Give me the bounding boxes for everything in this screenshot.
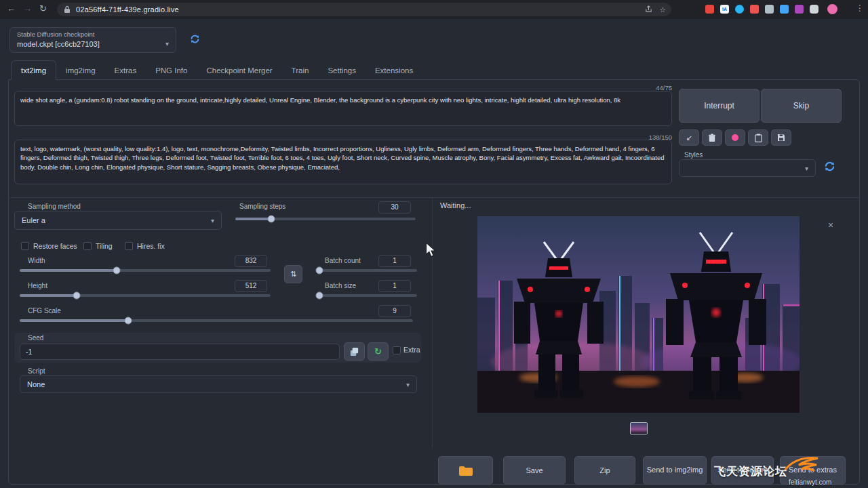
sampling-method-value: Euler a — [22, 216, 45, 224]
tab-train[interactable]: Train — [282, 60, 319, 80]
negative-prompt-input[interactable]: text, logo, watermark, (worst quality, l… — [14, 140, 672, 184]
tab-img2img[interactable]: img2img — [56, 60, 104, 80]
width-value[interactable]: 832 — [235, 255, 267, 267]
styles-dropdown[interactable]: ▾ — [679, 159, 816, 177]
clear-prompt-button[interactable] — [702, 129, 722, 146]
tiling-checkbox[interactable] — [83, 242, 92, 250]
watermark-wing-icon — [784, 453, 819, 476]
checkpoint-refresh-button[interactable] — [190, 34, 200, 47]
seed-input[interactable] — [20, 344, 340, 360]
extension-icon[interactable] — [795, 5, 804, 14]
generated-image[interactable] — [477, 216, 800, 413]
extension-icon[interactable] — [780, 5, 789, 14]
save-style-button[interactable] — [771, 129, 791, 146]
extension-icon[interactable] — [750, 5, 759, 14]
open-folder-button[interactable] — [438, 456, 493, 485]
tab-settings[interactable]: Settings — [318, 60, 366, 80]
chevron-down-icon: ▾ — [805, 165, 808, 172]
forward-icon[interactable]: → — [23, 3, 32, 14]
send-to-img2img-button[interactable]: Send to img2img — [643, 456, 707, 485]
paste-params-button[interactable]: ↙ — [679, 129, 699, 146]
extension-icon[interactable]: IA — [720, 5, 729, 14]
reuse-seed-button[interactable]: ↻ — [368, 342, 389, 361]
tab-extras[interactable]: Extras — [105, 60, 146, 80]
seed-label: Seed — [28, 334, 43, 342]
sampling-steps-label: Sampling steps — [239, 203, 285, 210]
main-tabs: txt2img img2img Extras PNG Info Checkpoi… — [11, 60, 422, 80]
extension-icon[interactable] — [705, 5, 714, 14]
tab-png-info[interactable]: PNG Info — [146, 60, 197, 80]
progress-status: Waiting... — [440, 201, 471, 209]
back-icon[interactable]: ← — [7, 3, 16, 14]
batch-size-value[interactable]: 1 — [378, 280, 411, 292]
sampling-method-dropdown[interactable]: Euler a ▾ — [14, 211, 222, 230]
batch-count-slider[interactable] — [317, 269, 417, 272]
close-icon[interactable]: × — [828, 220, 833, 230]
prompt-input[interactable]: wide shot angle, a (gundam:0.8) robot st… — [14, 91, 672, 126]
share-icon[interactable] — [645, 3, 652, 16]
extra-networks-card-icon — [732, 134, 738, 141]
txt2img-panel: 44/75 wide shot angle, a (gundam:0.8) ro… — [8, 79, 860, 485]
styles-label: Styles — [684, 151, 703, 159]
browser-menu-icon[interactable]: ⋮ — [856, 3, 864, 13]
height-value[interactable]: 512 — [235, 280, 267, 292]
watermark-domain: feitianwyt.com — [789, 479, 831, 486]
tab-extensions[interactable]: Extensions — [366, 60, 422, 80]
profile-avatar[interactable] — [827, 4, 837, 14]
skip-button[interactable]: Skip — [761, 89, 842, 123]
tab-txt2img[interactable]: txt2img — [11, 60, 56, 80]
styles-refresh-button[interactable] — [824, 161, 835, 175]
swap-dimensions-button[interactable]: ⇅ — [284, 265, 302, 283]
interrupt-button[interactable]: Interrupt — [679, 89, 760, 123]
restore-faces-checkbox[interactable] — [21, 242, 29, 250]
extension-icon[interactable] — [765, 5, 774, 14]
section-divider — [9, 197, 860, 198]
cfg-scale-label: CFG Scale — [28, 307, 61, 314]
script-value: None — [27, 380, 45, 388]
seed-extra-checkbox[interactable] — [393, 346, 401, 354]
extra-networks-button[interactable] — [725, 129, 745, 146]
height-slider[interactable] — [20, 294, 271, 297]
batch-size-slider[interactable] — [317, 294, 417, 297]
width-slider[interactable] — [20, 269, 271, 272]
recycle-icon: ↻ — [374, 346, 382, 357]
tiling-label: Tiling — [96, 242, 113, 250]
tab-checkpoint-merger[interactable]: Checkpoint Merger — [197, 60, 281, 80]
dice-icon — [349, 346, 359, 357]
apply-style-button[interactable] — [748, 129, 768, 146]
address-bar[interactable]: 02a56ff4-71ff-439e.gradio.live ☆ — [57, 3, 671, 16]
swap-icon: ⇅ — [290, 270, 296, 279]
extension-icon[interactable] — [735, 5, 744, 14]
chevron-down-icon: ▾ — [406, 381, 410, 388]
reload-icon[interactable]: ↻ — [39, 3, 47, 14]
bookmark-star-icon[interactable]: ☆ — [659, 5, 666, 14]
script-label: Script — [28, 367, 45, 375]
sampling-steps-value[interactable]: 30 — [378, 201, 411, 214]
hires-fix-checkbox[interactable] — [125, 242, 133, 250]
checkpoint-value: model.ckpt [cc6cb27103] — [17, 40, 100, 48]
extensions-puzzle-icon[interactable] — [810, 5, 818, 14]
sampling-method-label: Sampling method — [28, 203, 81, 210]
watermark-title: 飞天资源论坛 — [714, 464, 787, 479]
restore-faces-label: Restore faces — [33, 242, 77, 250]
cfg-scale-value[interactable]: 9 — [378, 305, 411, 317]
batch-count-label: Batch count — [325, 257, 361, 264]
chevron-down-icon: ▾ — [211, 217, 214, 224]
gallery-thumbnail[interactable] — [630, 422, 648, 434]
column-divider — [432, 198, 433, 449]
sampling-steps-slider[interactable] — [235, 218, 416, 220]
mouse-cursor — [426, 243, 437, 260]
lock-icon — [64, 5, 71, 14]
save-button[interactable]: Save — [503, 456, 566, 485]
checkpoint-label: Stable Diffusion checkpoint — [17, 30, 94, 38]
zip-button[interactable]: Zip — [574, 456, 635, 485]
cfg-scale-slider[interactable] — [20, 319, 413, 322]
batch-count-value[interactable]: 1 — [378, 255, 411, 267]
checkpoint-dropdown[interactable]: Stable Diffusion checkpoint model.ckpt [… — [9, 27, 176, 53]
trash-icon — [708, 134, 716, 142]
random-seed-button[interactable] — [344, 342, 365, 361]
webui-page: Stable Diffusion checkpoint model.ckpt [… — [0, 19, 868, 488]
width-label: Width — [28, 257, 45, 264]
batch-size-label: Batch size — [325, 282, 356, 289]
script-dropdown[interactable]: None ▾ — [20, 375, 417, 393]
